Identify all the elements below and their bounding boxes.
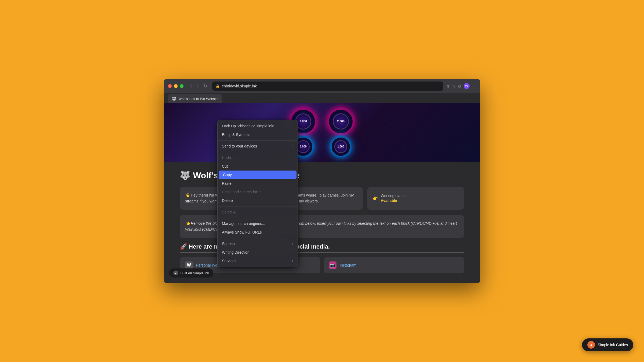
services-chevron: › xyxy=(292,259,293,263)
score-1: 2.000 xyxy=(299,120,307,123)
bookmark-icon[interactable]: ☆ xyxy=(452,84,456,89)
show-full-urls-label: Always Show Full URLs xyxy=(222,230,293,234)
paste-label: Paste xyxy=(222,181,293,186)
website-icon: W xyxy=(185,261,193,269)
share-icon[interactable]: ⬆ xyxy=(446,84,450,89)
working-status-label: Working status: xyxy=(381,194,407,198)
built-on-label: Built on Simple.ink xyxy=(180,271,209,275)
speech-label: Speech xyxy=(222,242,292,246)
close-button[interactable] xyxy=(168,84,172,88)
emoji-label: Emoji & Symbols xyxy=(222,132,293,137)
working-status-value: Available xyxy=(381,198,397,203)
copy-label: Copy xyxy=(223,173,292,177)
menu-item-copy[interactable]: Copy xyxy=(219,171,297,179)
toolbar-icons: ⬆ ☆ ⚙ W ⋮ xyxy=(446,83,476,89)
menu-item-services[interactable]: Services › xyxy=(218,257,298,265)
arcade-unit-2: 2.000 1.000 xyxy=(327,108,354,157)
maximize-button[interactable] xyxy=(180,84,184,88)
arcade-disc-3: 2.000 xyxy=(327,108,354,135)
menu-item-manage-search[interactable]: Manage search engines... xyxy=(218,219,298,228)
guides-icon: ● xyxy=(587,341,595,349)
tab-favicon: 🐺 xyxy=(172,97,176,101)
lock-icon: 🔒 xyxy=(215,84,220,88)
menu-item-speech[interactable]: Speech › xyxy=(218,239,298,248)
address-bar-container: 🔒 chhddavid.simple.ink xyxy=(212,82,443,91)
writing-direction-label: Writing Direction xyxy=(222,250,292,254)
arcade-machines: 2.000 1.000 2.000 xyxy=(290,108,354,157)
undo-label: Undo xyxy=(222,156,293,160)
score-2: 1.000 xyxy=(300,145,306,148)
menu-item-select-all: Select All xyxy=(218,208,298,216)
url-text: chhddavid.simple.ink xyxy=(222,84,257,88)
manage-search-label: Manage search engines... xyxy=(222,221,293,226)
tab-label: Wolf's Link In Bio Website xyxy=(178,97,218,101)
built-badge-icon: ● xyxy=(173,271,178,275)
reload-button[interactable]: ↻ xyxy=(202,82,209,90)
arcade-disc-4: 1.000 xyxy=(330,136,352,157)
separator-5 xyxy=(218,238,298,238)
guides-badge[interactable]: ● Simple.ink Guides xyxy=(582,338,633,351)
active-tab[interactable]: 🐺 Wolf's Link In Bio Website xyxy=(168,94,222,103)
hero-image: 2.000 1.000 2.000 xyxy=(164,103,480,162)
menu-item-send-devices[interactable]: Send to your devices › xyxy=(218,142,298,150)
status-card: 👉 Working status: Available xyxy=(367,187,464,210)
link-label-instagram: Instagram xyxy=(340,263,356,267)
traffic-lights xyxy=(168,84,184,88)
cut-label: Cut xyxy=(222,164,293,168)
menu-item-paste[interactable]: Paste xyxy=(218,179,298,188)
title-bar: ‹ › ↻ 🔒 chhddavid.simple.ink ⬆ ☆ ⚙ W ⋮ xyxy=(164,79,480,93)
extensions-icon[interactable]: ⚙ xyxy=(458,84,462,89)
separator-4 xyxy=(218,218,298,218)
menu-icon[interactable]: ⋮ xyxy=(472,84,476,89)
menu-item-emoji[interactable]: Emoji & Symbols xyxy=(218,130,298,139)
delete-label: Delete xyxy=(222,198,293,203)
paste-search-label: Paste and Search for ' ' xyxy=(222,190,293,194)
page-body: 🐺 Wolf's Link In Bio Website 👋 Hey there… xyxy=(164,162,480,283)
send-devices-label: Send to your devices xyxy=(222,144,292,148)
separator-3 xyxy=(218,206,298,206)
menu-item-delete[interactable]: Delete xyxy=(218,196,298,205)
minimize-button[interactable] xyxy=(174,84,178,88)
writing-direction-chevron: › xyxy=(292,250,293,254)
lookup-label: Look Up "chhddavid.simple.ink" xyxy=(222,124,293,128)
browser-window: ‹ › ↻ 🔒 chhddavid.simple.ink ⬆ ☆ ⚙ W ⋮ 🐺… xyxy=(164,79,480,283)
separator-1 xyxy=(218,140,298,141)
tab-bar: 🐺 Wolf's Link In Bio Website xyxy=(164,93,480,103)
speech-chevron: › xyxy=(292,242,293,246)
score-4: 1.000 xyxy=(337,145,344,148)
menu-item-cut[interactable]: Cut xyxy=(218,162,298,171)
menu-item-paste-search: Paste and Search for ' ' xyxy=(218,188,298,196)
menu-item-undo: Undo xyxy=(218,153,298,162)
address-bar[interactable]: 🔒 chhddavid.simple.ink xyxy=(212,82,443,91)
built-on-badge[interactable]: ● Built on Simple.ink xyxy=(169,268,213,278)
profile-icon[interactable]: W xyxy=(464,83,470,89)
menu-item-writing-direction[interactable]: Writing Direction › xyxy=(218,248,298,257)
separator-2 xyxy=(218,152,298,152)
score-3: 2.000 xyxy=(337,120,345,123)
menu-item-show-full-urls[interactable]: Always Show Full URLs xyxy=(218,228,298,237)
forward-button[interactable]: › xyxy=(195,82,200,90)
send-devices-chevron: › xyxy=(292,144,293,148)
instagram-icon: 📷 xyxy=(329,261,336,269)
back-button[interactable]: ‹ xyxy=(189,82,194,90)
nav-buttons: ‹ › ↻ xyxy=(189,82,209,90)
menu-item-lookup[interactable]: Look Up "chhddavid.simple.ink" xyxy=(218,122,298,130)
content-area: 2.000 1.000 2.000 xyxy=(164,103,480,283)
services-label: Services xyxy=(222,259,292,263)
context-menu: Look Up "chhddavid.simple.ink" Emoji & S… xyxy=(217,120,298,267)
guides-label: Simple.ink Guides xyxy=(598,343,628,347)
link-card-instagram[interactable]: 📷 Instagram xyxy=(324,257,464,273)
select-all-label: Select All xyxy=(222,210,293,214)
